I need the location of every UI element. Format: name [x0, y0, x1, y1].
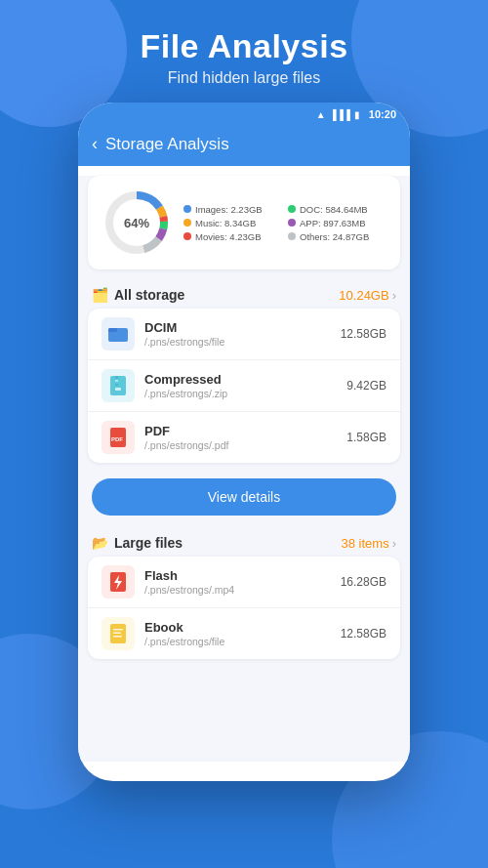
svg-rect-19 — [113, 629, 123, 631]
compressed-icon — [102, 369, 135, 402]
large-files-header[interactable]: 📂 Large files 38 items › — [78, 525, 410, 557]
large-files-count: 38 items — [342, 536, 389, 551]
legend-dot-app — [288, 219, 296, 227]
app-bar: ‹ Storage Analysis — [78, 124, 410, 166]
legend-music: Music: 8.34GB — [183, 218, 282, 228]
storage-summary-card: 64% Images: 2.23GB DOC: 584.64MB Music: … — [88, 176, 400, 269]
status-time: 10:20 — [369, 108, 396, 120]
pdf-name: PDF — [144, 424, 337, 438]
flash-name: Flash — [144, 568, 331, 583]
legend-dot-music — [183, 219, 191, 227]
svg-rect-11 — [115, 380, 118, 382]
all-storage-meta[interactable]: 10.24GB › — [339, 288, 396, 303]
dcim-path: /.pns/estrongs/file — [144, 336, 331, 348]
flash-file-icon — [107, 571, 129, 593]
legend-dot-doc — [288, 205, 296, 213]
ebook-path: /.pns/estrongs/file — [144, 636, 331, 647]
flash-icon — [102, 565, 135, 599]
legend-app: APP: 897.63MB — [288, 218, 386, 228]
all-storage-section: 🗂️ All storage 10.24GB › — [78, 277, 410, 525]
large-files-file-list: Flash /.pns/estrongs/.mp4 16.28GB — [88, 557, 400, 659]
file-item-ebook[interactable]: Ebook /.pns/estrongs/file 12.58GB — [88, 608, 400, 659]
compressed-name: Compressed — [144, 372, 337, 387]
ebook-file-icon — [107, 623, 129, 644]
flash-info: Flash /.pns/estrongs/.mp4 — [144, 568, 331, 596]
ebook-name: Ebook — [144, 620, 331, 635]
compressed-path: /.pns/estrongs/.zip — [144, 388, 337, 399]
dcim-size: 12.58GB — [341, 327, 386, 341]
ebook-icon — [102, 617, 135, 650]
header-section: File Analysis Find hidden large files — [0, 0, 488, 103]
dcim-icon — [102, 317, 135, 351]
all-storage-header[interactable]: 🗂️ All storage 10.24GB › — [78, 277, 410, 309]
ebook-size: 12.58GB — [341, 627, 386, 641]
file-item-flash[interactable]: Flash /.pns/estrongs/.mp4 16.28GB — [88, 557, 400, 608]
page-subtitle: Find hidden large files — [0, 69, 488, 87]
svg-rect-8 — [108, 328, 117, 332]
legend-others: Others: 24.87GB — [288, 231, 386, 242]
large-files-label: Large files — [114, 535, 183, 551]
all-storage-title-group: 🗂️ All storage — [92, 287, 184, 303]
flash-size: 16.28GB — [341, 575, 386, 589]
legend-label-movies: Movies: 4.23GB — [195, 231, 262, 242]
pdf-size: 1.58GB — [346, 431, 386, 444]
file-item-dcim[interactable]: DCIM /.pns/estrongs/file 12.58GB — [88, 309, 400, 360]
legend-dot-movies — [183, 232, 191, 240]
flash-path: /.pns/estrongs/.mp4 — [144, 584, 331, 596]
large-files-meta[interactable]: 38 items › — [342, 536, 396, 551]
view-details-button[interactable]: View details — [92, 478, 396, 516]
content-area: 64% Images: 2.23GB DOC: 584.64MB Music: … — [78, 176, 410, 762]
file-item-compressed[interactable]: Compressed /.pns/estrongs/.zip 9.42GB — [88, 360, 400, 412]
svg-rect-12 — [115, 384, 118, 386]
svg-rect-20 — [113, 633, 121, 635]
svg-rect-13 — [115, 388, 121, 391]
legend-label-music: Music: 8.34GB — [195, 218, 256, 228]
view-details-wrapper: View details — [78, 471, 410, 525]
pdf-icon: PDF — [102, 421, 135, 454]
legend-label-images: Images: 2.23GB — [195, 204, 263, 215]
wifi-icon: ▲ — [316, 109, 326, 120]
pdf-file-icon: PDF — [107, 427, 129, 448]
status-bar: ▲ ▐▐▐ ▮ 10:20 — [78, 103, 410, 124]
donut-chart: 64% — [102, 187, 172, 258]
legend-label-doc: DOC: 584.64MB — [300, 204, 368, 215]
status-icons: ▲ ▐▐▐ ▮ — [316, 109, 360, 120]
dcim-name: DCIM — [144, 320, 331, 335]
large-files-icon: 📂 — [92, 535, 108, 551]
file-item-pdf[interactable]: PDF PDF /.pns/estrongs/.pdf 1.58GB — [88, 412, 400, 463]
back-button[interactable]: ‹ — [92, 134, 98, 154]
dcim-info: DCIM /.pns/estrongs/file — [144, 320, 331, 348]
large-files-chevron: › — [392, 536, 396, 551]
zip-icon — [107, 375, 129, 396]
large-files-title-group: 📂 Large files — [92, 535, 183, 551]
legend-label-app: APP: 897.63MB — [300, 218, 366, 228]
legend-label-others: Others: 24.87GB — [300, 231, 369, 242]
all-storage-chevron: › — [392, 288, 396, 303]
app-bar-title: Storage Analysis — [105, 135, 229, 154]
svg-text:PDF: PDF — [111, 436, 123, 442]
page-title: File Analysis — [0, 27, 488, 65]
legend-movies: Movies: 4.23GB — [183, 231, 282, 242]
svg-rect-21 — [113, 636, 122, 638]
compressed-size: 9.42GB — [346, 379, 386, 393]
battery-icon: ▮ — [354, 109, 360, 120]
svg-rect-10 — [115, 376, 118, 379]
ebook-info: Ebook /.pns/estrongs/file — [144, 620, 331, 647]
all-storage-label: All storage — [114, 287, 184, 303]
legend-dot-images — [183, 205, 191, 213]
pdf-info: PDF /.pns/estrongs/.pdf — [144, 424, 337, 451]
all-storage-total: 10.24GB — [339, 288, 388, 303]
legend-doc: DOC: 584.64MB — [288, 204, 386, 215]
all-storage-icon: 🗂️ — [92, 287, 108, 303]
legend-images: Images: 2.23GB — [183, 204, 282, 215]
phone-frame: ▲ ▐▐▐ ▮ 10:20 ‹ Storage Analysis — [78, 103, 410, 781]
signal-icon: ▐▐▐ — [330, 109, 350, 120]
all-storage-file-list: DCIM /.pns/estrongs/file 12.58GB — [88, 309, 400, 463]
donut-percent-label: 64% — [124, 216, 149, 230]
chart-legend: Images: 2.23GB DOC: 584.64MB Music: 8.34… — [183, 204, 386, 242]
donut-row: 64% Images: 2.23GB DOC: 584.64MB Music: … — [102, 187, 386, 258]
large-files-section: 📂 Large files 38 items › — [78, 525, 410, 659]
pdf-path: /.pns/estrongs/.pdf — [144, 439, 337, 451]
folder-icon-dcim — [107, 323, 129, 345]
compressed-info: Compressed /.pns/estrongs/.zip — [144, 372, 337, 399]
